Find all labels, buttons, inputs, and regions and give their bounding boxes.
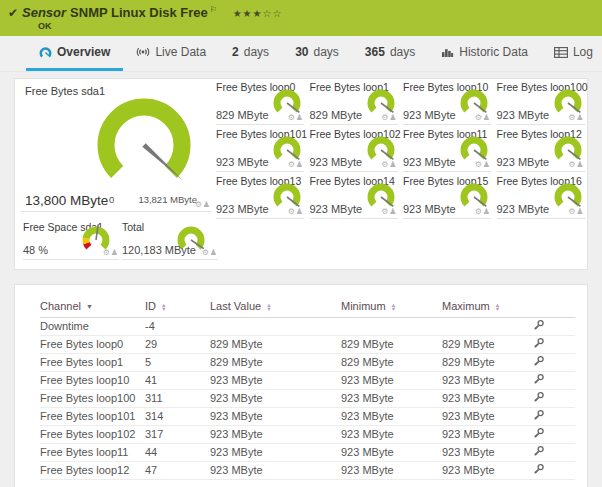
tab-live-data[interactable]: Live Data <box>123 36 219 71</box>
gear-icon[interactable]: ⚙ <box>288 113 295 122</box>
gauge-value: 923 MByte <box>403 203 456 215</box>
channel-settings-wrench-icon[interactable] <box>533 391 545 405</box>
gauge-tile-free-bytes-loop11: Free Bytes loop11923 MByte⚙♟ <box>403 128 491 172</box>
channel-actions <box>533 353 575 371</box>
gauge-tile-total: Total120,183 MByte⚙♟ <box>122 221 218 260</box>
column-header-maximum[interactable]: Maximum▲▼ <box>433 295 533 317</box>
channel-last-value: 829 MByte <box>201 353 332 371</box>
tab-log[interactable]: Log <box>541 36 602 71</box>
column-header-actions <box>533 295 575 317</box>
gear-icon[interactable]: ⚙ <box>381 113 388 122</box>
gauges-panel: Free Bytes sda113,800 MByte013,821 MByte… <box>14 78 588 270</box>
gear-icon[interactable]: ⚙ <box>475 207 482 216</box>
gear-icon[interactable]: ⚙ <box>195 200 202 209</box>
pin-icon[interactable]: ♟ <box>389 113 396 122</box>
column-header-last-value[interactable]: Last Value▲▼ <box>201 295 332 317</box>
channel-settings-wrench-icon[interactable] <box>533 427 545 441</box>
pin-icon[interactable]: ♟ <box>296 160 303 169</box>
channel-row-free-bytes-loop10: Free Bytes loop1041923 MByte923 MByte923… <box>40 371 575 389</box>
pin-icon[interactable]: ♟ <box>296 207 303 216</box>
gauge-hover-icons: ⚙♟ <box>567 160 583 169</box>
gauge-value: 923 MByte <box>216 203 269 215</box>
column-header-minimum[interactable]: Minimum▲▼ <box>332 295 433 317</box>
gauge-tile-free-bytes-loop101: Free Bytes loop101923 MByte⚙♟ <box>216 128 304 172</box>
gauge-tile-free-bytes-loop1: Free Bytes loop1829 MByte⚙♟ <box>310 81 398 125</box>
gauge-tile-free-bytes-loop15: Free Bytes loop15923 MByte⚙♟ <box>403 175 491 219</box>
flag-icon[interactable]: ⚐ <box>210 5 217 14</box>
gear-icon[interactable]: ⚙ <box>475 160 482 169</box>
channel-minimum: 923 MByte <box>332 443 433 461</box>
gauge-scale-max: 13,821 MByte <box>138 194 197 205</box>
gear-icon[interactable]: ⚙ <box>381 160 388 169</box>
column-header-channel[interactable]: Channel▼ <box>40 295 145 317</box>
channel-maximum <box>433 317 533 335</box>
gear-icon[interactable]: ⚙ <box>568 160 575 169</box>
tab-historic-data[interactable]: Historic Data <box>428 36 541 71</box>
live-icon <box>136 46 150 58</box>
channel-settings-wrench-icon[interactable] <box>533 445 545 459</box>
gauge-hover-icons: ⚙♟ <box>567 207 583 216</box>
channel-minimum: 923 MByte <box>332 461 433 479</box>
channel-actions <box>533 371 575 389</box>
channel-id: 317 <box>145 425 201 443</box>
gauge-scale-min: 0 <box>109 194 114 205</box>
channel-last-value: 923 MByte <box>201 425 332 443</box>
gear-icon[interactable]: ⚙ <box>568 207 575 216</box>
pin-icon[interactable]: ♟ <box>210 248 217 257</box>
gear-icon[interactable]: ⚙ <box>103 248 110 257</box>
tab-bar: OverviewLive Data2days30days365daysHisto… <box>0 36 602 72</box>
channel-maximum: 923 MByte <box>433 389 533 407</box>
gear-icon[interactable]: ⚙ <box>568 113 575 122</box>
pin-icon[interactable]: ♟ <box>576 207 583 216</box>
chart-icon <box>441 46 454 58</box>
priority-stars[interactable]: ★★★☆☆ <box>233 8 283 19</box>
gauge-hover-icons: ⚙♟ <box>474 207 490 216</box>
pin-icon[interactable]: ♟ <box>389 160 396 169</box>
tab-365-days[interactable]: 365days <box>352 36 428 71</box>
pin-icon[interactable]: ♟ <box>389 207 396 216</box>
channel-row-free-bytes-loop1: Free Bytes loop15829 MByte829 MByte829 M… <box>40 353 575 371</box>
pin-icon[interactable]: ♟ <box>483 113 490 122</box>
channel-settings-wrench-icon[interactable] <box>533 355 545 369</box>
object-kind-label: Sensor <box>22 5 66 20</box>
channel-settings-wrench-icon[interactable] <box>533 463 545 477</box>
gear-icon[interactable]: ⚙ <box>288 207 295 216</box>
pin-icon[interactable]: ♟ <box>576 160 583 169</box>
gauge-hover-icons: ⚙♟ <box>474 113 490 122</box>
column-header-id[interactable]: ID▲▼ <box>145 295 201 317</box>
channel-settings-wrench-icon[interactable] <box>533 409 545 423</box>
channel-actions <box>533 461 575 479</box>
channel-settings-wrench-icon[interactable] <box>533 319 545 333</box>
tab-2-days[interactable]: 2days <box>219 36 282 71</box>
channel-id: 314 <box>145 407 201 425</box>
pin-icon[interactable]: ♟ <box>296 113 303 122</box>
gear-icon[interactable]: ⚙ <box>381 207 388 216</box>
tab-overview[interactable]: Overview <box>26 36 123 71</box>
tab-label: Overview <box>57 45 110 59</box>
gauge-value: 48 % <box>23 244 48 256</box>
gauge-value: 923 MByte <box>403 156 456 168</box>
channel-minimum: 923 MByte <box>332 389 433 407</box>
gauge-value: 13,800 MByte <box>25 193 108 208</box>
channel-id: 311 <box>145 389 201 407</box>
tab-label: Live Data <box>155 45 206 59</box>
gauge-tile-free-bytes-loop16: Free Bytes loop16923 MByte⚙♟ <box>497 175 585 219</box>
pin-icon[interactable]: ♟ <box>483 207 490 216</box>
pin-icon[interactable]: ♟ <box>111 248 118 257</box>
gear-icon[interactable]: ⚙ <box>475 113 482 122</box>
sort-icon: ▲▼ <box>266 303 271 311</box>
column-label: Minimum <box>341 300 386 312</box>
gauge-value: 923 MByte <box>497 109 550 121</box>
pin-icon[interactable]: ♟ <box>576 113 583 122</box>
channel-row-free-bytes-loop0: Free Bytes loop029829 MByte829 MByte829 … <box>40 335 575 353</box>
channel-id: 5 <box>145 353 201 371</box>
gear-icon[interactable]: ⚙ <box>288 160 295 169</box>
pin-icon[interactable]: ♟ <box>483 160 490 169</box>
pin-icon[interactable]: ♟ <box>203 200 210 209</box>
channel-actions <box>533 317 575 335</box>
channel-settings-wrench-icon[interactable] <box>533 337 545 351</box>
channel-settings-wrench-icon[interactable] <box>533 373 545 387</box>
gear-icon[interactable]: ⚙ <box>202 248 209 257</box>
tab-30-days[interactable]: 30days <box>282 36 352 71</box>
channel-maximum: 923 MByte <box>433 425 533 443</box>
